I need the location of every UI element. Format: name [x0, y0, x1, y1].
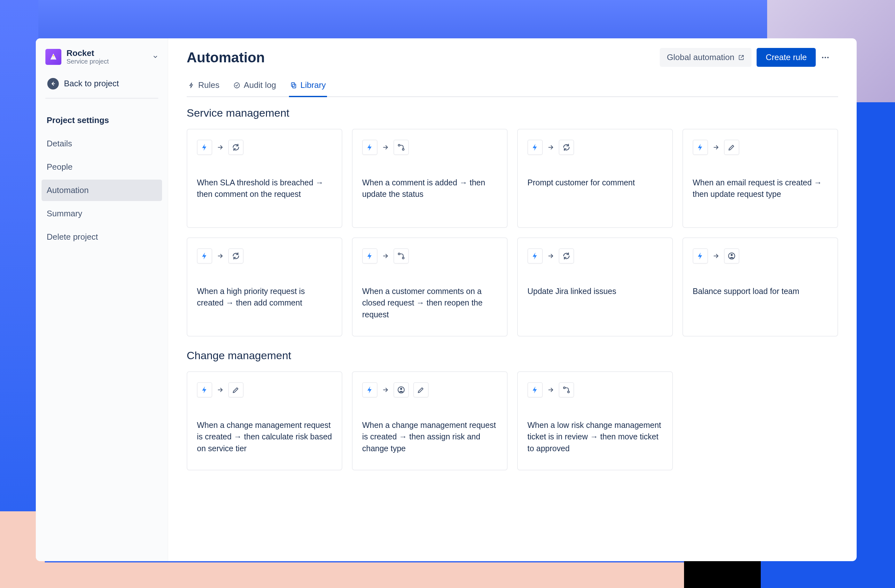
rule-card[interactable]: Balance support load for team — [683, 238, 838, 336]
card-description: When a comment is added → then update th… — [362, 177, 498, 200]
tab-rules[interactable]: Rules — [187, 78, 220, 97]
sidebar-item-summary[interactable]: Summary — [41, 203, 162, 224]
person-icon — [393, 382, 409, 397]
svg-point-0 — [53, 55, 54, 56]
branch-icon — [393, 248, 409, 264]
refresh-icon — [559, 248, 574, 264]
edit-icon — [724, 139, 739, 155]
bolt-icon — [197, 248, 212, 264]
card-description: When a customer comments on a closed req… — [362, 285, 498, 320]
card-icons — [197, 382, 332, 397]
card-grid: When SLA threshold is breached → then co… — [187, 129, 838, 336]
sidebar-item-delete-project[interactable]: Delete project — [41, 226, 162, 248]
global-automation-label: Global automation — [667, 52, 734, 62]
back-arrow-icon — [47, 78, 59, 89]
global-automation-button[interactable]: Global automation — [660, 48, 751, 67]
tab-audit-log[interactable]: Audit log — [232, 78, 277, 97]
meatball-icon — [821, 53, 830, 62]
arrow-icon — [382, 253, 389, 259]
rule-card[interactable]: When a customer comments on a closed req… — [352, 238, 508, 336]
card-description: Update Jira linked issues — [527, 285, 663, 297]
bolt-icon — [188, 82, 195, 89]
rule-card[interactable]: When an email request is created → then … — [683, 129, 838, 228]
arrow-icon — [217, 253, 224, 259]
card-icons — [693, 248, 828, 264]
sidebar: Rocket Service project Back to project P… — [36, 38, 168, 561]
arrow-icon — [547, 144, 554, 151]
edit-icon — [413, 382, 429, 397]
section-title: Change management — [187, 349, 838, 362]
tab-label: Rules — [198, 80, 219, 90]
sidebar-item-automation[interactable]: Automation — [41, 180, 162, 201]
card-icons — [527, 382, 663, 397]
refresh-icon — [228, 248, 244, 264]
back-label: Back to project — [64, 79, 119, 88]
section-title: Service management — [187, 107, 838, 119]
card-grid: When a change management request is crea… — [187, 371, 838, 470]
card-icons — [197, 248, 332, 264]
bolt-icon — [362, 248, 378, 264]
library-sections: Service managementWhen SLA threshold is … — [187, 107, 838, 470]
rule-card[interactable]: Update Jira linked issues — [517, 238, 673, 336]
bolt-icon — [362, 139, 378, 155]
tab-library[interactable]: Library — [289, 78, 327, 97]
rule-card[interactable]: When a low risk change management ticket… — [517, 371, 673, 470]
project-subtitle: Service project — [67, 58, 109, 65]
arrow-icon — [713, 144, 719, 151]
rule-card[interactable]: Prompt customer for comment — [517, 129, 673, 228]
sidebar-item-project-settings: Project settings — [41, 110, 162, 131]
bolt-icon — [527, 139, 543, 155]
arrow-icon — [382, 386, 389, 393]
arrow-icon — [547, 386, 554, 393]
person-icon — [724, 248, 739, 264]
back-to-project[interactable]: Back to project — [46, 76, 158, 99]
bolt-icon — [362, 382, 378, 397]
card-description: When a change management request is crea… — [362, 419, 498, 454]
rule-card[interactable]: When a change management request is crea… — [352, 371, 508, 470]
card-icons — [362, 248, 498, 264]
svg-point-1 — [822, 56, 824, 58]
arrow-icon — [382, 144, 389, 151]
bolt-icon — [527, 248, 543, 264]
chevron-down-icon — [152, 54, 158, 60]
more-actions-button[interactable] — [821, 49, 838, 66]
card-icons — [197, 139, 332, 155]
card-description: When a change management request is crea… — [197, 419, 332, 454]
card-icons — [693, 139, 828, 155]
page-title: Automation — [187, 50, 265, 65]
rule-card[interactable]: When a change management request is crea… — [187, 371, 342, 470]
arrow-icon — [713, 253, 719, 259]
card-description: Balance support load for team — [693, 285, 828, 297]
edit-icon — [228, 382, 244, 397]
rule-card[interactable]: When a comment is added → then update th… — [352, 129, 508, 228]
main-content: Automation Global automation Create rule… — [168, 38, 857, 561]
create-rule-button[interactable]: Create rule — [757, 48, 816, 67]
rule-card[interactable]: When SLA threshold is breached → then co… — [187, 129, 342, 228]
project-name: Rocket — [67, 48, 109, 58]
card-description: When an email request is created → then … — [693, 177, 828, 200]
sidebar-item-people[interactable]: People — [41, 156, 162, 178]
main-header: Automation Global automation Create rule — [187, 48, 838, 67]
bolt-icon — [527, 382, 543, 397]
refresh-icon — [228, 139, 244, 155]
refresh-icon — [559, 139, 574, 155]
tab-label: Library — [300, 80, 326, 90]
card-icons — [362, 382, 498, 397]
card-description: When SLA threshold is breached → then co… — [197, 177, 332, 200]
card-icons — [362, 139, 498, 155]
card-description: Prompt customer for comment — [527, 177, 663, 188]
project-avatar — [46, 49, 61, 65]
branch-icon — [559, 382, 574, 397]
project-switcher[interactable]: Rocket Service project — [36, 47, 168, 68]
tab-label: Audit log — [244, 80, 276, 90]
sidebar-item-details[interactable]: Details — [41, 133, 162, 155]
bolt-icon — [197, 139, 212, 155]
card-icons — [527, 248, 663, 264]
arrow-icon — [547, 253, 554, 259]
rule-card[interactable]: When a high priority request is created … — [187, 238, 342, 336]
sidebar-nav: Project settingsDetailsPeopleAutomationS… — [36, 110, 168, 248]
header-actions: Global automation Create rule — [660, 48, 838, 67]
bolt-icon — [197, 382, 212, 397]
copy-icon — [290, 82, 297, 89]
create-rule-label: Create rule — [766, 52, 807, 62]
